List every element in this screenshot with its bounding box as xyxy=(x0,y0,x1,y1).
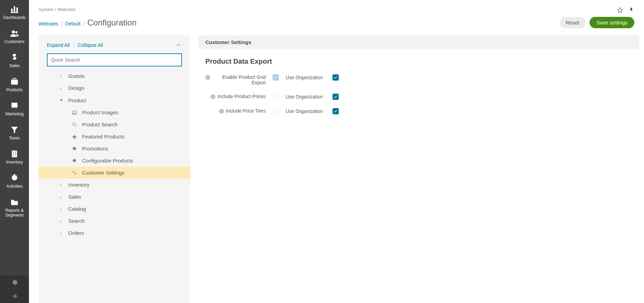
tree-item-configurable-products[interactable]: Configurable Products xyxy=(39,155,190,167)
info-icon[interactable]: i xyxy=(219,109,224,114)
image-icon xyxy=(72,110,78,115)
tree-item-label: Product Images xyxy=(82,109,118,115)
use-org-label: Use Organization xyxy=(286,94,323,100)
gear-icon xyxy=(72,158,78,164)
gear-icon xyxy=(72,146,78,152)
info-icon[interactable]: i xyxy=(211,94,215,99)
chevron-right-icon: › xyxy=(60,73,65,79)
use-org-checkbox[interactable] xyxy=(333,74,339,81)
form-label: iInclude Price Tiers xyxy=(205,108,266,114)
star-icon xyxy=(72,134,78,139)
tree-item-label: Product xyxy=(68,97,86,103)
page-title: Configuration xyxy=(87,18,136,28)
nav-reports[interactable]: Reports & Segments xyxy=(0,193,29,222)
nav-label: Inventory xyxy=(6,160,23,165)
tree-item-label: Customer Settings xyxy=(82,170,124,176)
use-org-checkbox[interactable] xyxy=(333,94,339,100)
expand-all-link[interactable]: Expand All xyxy=(47,42,70,48)
use-org-label: Use Organization xyxy=(286,75,323,80)
nav-customers[interactable]: Customers xyxy=(0,24,29,48)
nav-inventory[interactable]: Inventory xyxy=(0,145,29,169)
tree-list[interactable]: ›Guests›Design▾ProductProduct ImagesProd… xyxy=(39,70,190,303)
dollar-icon xyxy=(10,53,19,62)
breadcrumb-top: System / Websites xyxy=(39,7,634,12)
settings-panel: Customer Settings Product Data Export iE… xyxy=(198,35,639,303)
nav-settings[interactable] xyxy=(0,275,29,289)
svg-rect-10 xyxy=(13,152,14,153)
search-icon xyxy=(72,122,78,127)
svg-rect-8 xyxy=(11,107,17,108)
tree-item-promotions[interactable]: Promotions xyxy=(39,143,190,155)
checkbox[interactable] xyxy=(273,94,279,100)
use-org-label: Use Organization xyxy=(286,108,323,114)
svg-rect-11 xyxy=(15,152,16,153)
tree-item-sales[interactable]: ›Sales xyxy=(39,191,190,203)
tree-item-label: Guests xyxy=(68,73,85,79)
nav-label: Marketing xyxy=(6,112,24,116)
tree-item-label: Configurable Products xyxy=(82,158,133,164)
svg-point-22 xyxy=(75,173,76,174)
tree-item-label: Featured Products xyxy=(82,134,124,139)
form-row: iInclude Product PricesUse Organization xyxy=(198,92,639,106)
content-area: System / Websites Websites / Default / C… xyxy=(29,0,644,303)
nav-label: Sales xyxy=(9,63,20,68)
nav-label: Customers xyxy=(4,39,24,44)
tree-back-arrow[interactable]: ← xyxy=(176,41,182,49)
checkbox[interactable] xyxy=(273,74,279,81)
form-label: iEnable Product Grid Export xyxy=(205,74,266,85)
puzzle-icon xyxy=(10,174,19,182)
svg-rect-3 xyxy=(11,12,18,13)
tree-item-inventory[interactable]: ›Inventory xyxy=(39,179,190,191)
nav-label: Dashboards xyxy=(3,15,26,20)
chevron-right-icon: › xyxy=(60,206,65,212)
tree-item-product-search[interactable]: Product Search xyxy=(39,118,190,130)
nav-collapse[interactable] xyxy=(0,289,29,303)
nav-label: Reports & Segments xyxy=(5,208,24,218)
reset-button[interactable]: Reset xyxy=(560,17,585,28)
svg-point-21 xyxy=(73,171,74,173)
tree-item-catalog[interactable]: ›Catalog xyxy=(39,203,190,215)
nav-label: Products xyxy=(6,87,22,92)
save-button[interactable]: Save settings xyxy=(590,17,634,28)
info-icon[interactable]: i xyxy=(205,75,210,80)
tree-item-guests[interactable]: ›Guests xyxy=(39,70,190,82)
nav-sales[interactable]: Sales xyxy=(0,48,29,72)
star-icon[interactable] xyxy=(617,7,623,13)
users-icon xyxy=(10,29,19,38)
tree-item-featured-products[interactable]: Featured Products xyxy=(39,130,190,143)
tree-item-customer-settings[interactable]: Customer Settings xyxy=(39,167,190,179)
use-org-checkbox[interactable] xyxy=(333,108,339,114)
folder-icon xyxy=(10,198,19,207)
settings-group-header: Customer Settings xyxy=(198,35,639,49)
tree-item-orders[interactable]: ›Orders xyxy=(39,227,190,239)
chevron-down-icon: ▾ xyxy=(60,97,65,103)
pin-icon[interactable] xyxy=(628,7,634,13)
tree-item-product-images[interactable]: Product Images xyxy=(39,106,190,118)
chevron-right-icon: › xyxy=(60,182,65,188)
svg-point-4 xyxy=(12,30,15,33)
svg-point-17 xyxy=(73,112,74,112)
breadcrumb-websites[interactable]: Websites xyxy=(39,21,58,27)
breadcrumb-default[interactable]: Default xyxy=(65,21,80,27)
config-tree-panel: Expand All | Collapse All ← ›Guests›Desi… xyxy=(39,35,190,303)
nav-products[interactable]: Products xyxy=(0,72,29,96)
tree-item-label: Sales xyxy=(68,194,81,200)
nav-dashboards[interactable]: Dashboards xyxy=(0,0,29,24)
chevron-right-icon: › xyxy=(60,230,65,236)
nav-marketing[interactable]: Marketing xyxy=(0,96,29,121)
nav-taxes[interactable]: Taxes xyxy=(0,121,29,145)
nav-activities[interactable]: Activities xyxy=(0,169,29,193)
tree-item-search[interactable]: ›Search xyxy=(39,215,190,227)
tree-item-product[interactable]: ▾Product xyxy=(39,94,190,106)
checkbox[interactable] xyxy=(273,108,279,114)
main-sidebar: Dashboards Customers Sales Products Mark… xyxy=(0,0,29,303)
arrow-right-icon xyxy=(11,293,18,300)
svg-rect-15 xyxy=(15,155,16,155)
svg-rect-7 xyxy=(11,81,18,82)
tree-item-design[interactable]: ›Design xyxy=(39,82,190,94)
settings-section-title: Product Data Export xyxy=(198,49,639,72)
collapse-all-link[interactable]: Collapse All xyxy=(78,42,103,48)
search-input[interactable] xyxy=(47,53,182,66)
building-icon xyxy=(10,149,19,158)
chevron-right-icon: › xyxy=(60,85,65,91)
